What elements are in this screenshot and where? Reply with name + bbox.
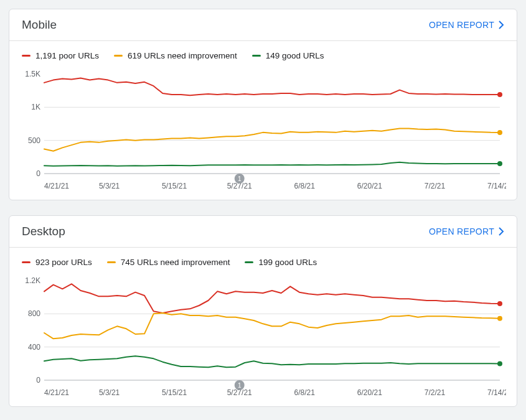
legend-good: 149 good URLs: [252, 51, 324, 60]
swatch-good-icon: [245, 261, 253, 263]
svg-text:1: 1: [238, 382, 242, 389]
legend: 923 poor URLs 745 URLs need improvement …: [9, 248, 517, 274]
svg-text:5/15/21: 5/15/21: [162, 388, 187, 397]
svg-text:7/2/21: 7/2/21: [425, 182, 446, 190]
chevron-right-icon: [498, 227, 504, 236]
svg-point-20: [497, 161, 502, 166]
legend: 1,191 poor URLs 619 URLs need improvemen…: [9, 41, 517, 68]
svg-point-19: [497, 130, 502, 135]
swatch-improve-icon: [107, 261, 116, 263]
legend-poor: 1,191 poor URLs: [22, 51, 99, 60]
chevron-right-icon: [498, 21, 504, 29]
legend-improve: 745 URLs need improvement: [107, 258, 230, 267]
svg-text:6/8/21: 6/8/21: [294, 388, 316, 397]
svg-text:7/14/21: 7/14/21: [487, 182, 506, 190]
swatch-good-icon: [252, 55, 261, 57]
desktop-card: Desktop OPEN REPORT 923 poor URLs 745 UR…: [9, 215, 517, 407]
swatch-improve-icon: [114, 55, 123, 57]
swatch-poor-icon: [22, 261, 31, 263]
legend-good-label: 199 good URLs: [258, 258, 317, 267]
svg-point-40: [497, 316, 502, 321]
open-report-button[interactable]: OPEN REPORT: [429, 226, 504, 236]
legend-poor: 923 poor URLs: [22, 258, 92, 267]
svg-text:1: 1: [238, 175, 242, 182]
svg-text:6/20/21: 6/20/21: [357, 182, 382, 190]
swatch-poor-icon: [22, 55, 31, 57]
svg-point-18: [497, 92, 502, 97]
chart-area: 04008001.2K4/21/215/3/215/15/215/27/216/…: [9, 274, 517, 406]
svg-text:6/20/21: 6/20/21: [357, 388, 382, 397]
mobile-chart: 05001K1.5K4/21/215/3/215/15/215/27/216/8…: [22, 70, 506, 195]
svg-text:0: 0: [36, 169, 40, 178]
legend-improve-label: 619 URLs need improvement: [128, 51, 237, 60]
open-report-button[interactable]: OPEN REPORT: [429, 20, 504, 30]
legend-poor-label: 923 poor URLs: [35, 258, 92, 267]
svg-text:1.2K: 1.2K: [25, 277, 40, 285]
svg-text:1.5K: 1.5K: [25, 70, 40, 78]
svg-text:4/21/21: 4/21/21: [44, 182, 69, 190]
svg-text:7/14/21: 7/14/21: [487, 388, 506, 397]
open-report-label: OPEN REPORT: [429, 20, 494, 30]
svg-text:5/3/21: 5/3/21: [99, 388, 120, 397]
open-report-label: OPEN REPORT: [429, 226, 494, 236]
legend-good: 199 good URLs: [245, 258, 317, 267]
card-header: Mobile OPEN REPORT: [9, 9, 517, 40]
svg-point-39: [497, 301, 502, 306]
mobile-card: Mobile OPEN REPORT 1,191 poor URLs 619 U…: [9, 9, 517, 200]
card-header: Desktop OPEN REPORT: [9, 216, 517, 247]
desktop-chart: 04008001.2K4/21/215/3/215/15/215/27/216/…: [22, 277, 506, 401]
legend-poor-label: 1,191 poor URLs: [35, 51, 99, 60]
svg-text:7/2/21: 7/2/21: [425, 388, 446, 397]
card-title: Desktop: [22, 225, 65, 238]
svg-text:6/8/21: 6/8/21: [294, 182, 316, 190]
svg-text:5/15/21: 5/15/21: [162, 182, 187, 190]
card-title: Mobile: [22, 18, 57, 32]
svg-point-41: [497, 361, 502, 366]
legend-improve-label: 745 URLs need improvement: [121, 258, 230, 267]
svg-text:5/3/21: 5/3/21: [99, 182, 120, 190]
legend-improve: 619 URLs need improvement: [114, 51, 237, 60]
svg-text:4/21/21: 4/21/21: [44, 388, 69, 397]
legend-good-label: 149 good URLs: [266, 51, 324, 60]
chart-area: 05001K1.5K4/21/215/3/215/15/215/27/216/8…: [9, 68, 517, 200]
svg-text:500: 500: [28, 136, 40, 145]
svg-text:0: 0: [36, 376, 40, 385]
svg-text:1K: 1K: [31, 103, 40, 111]
svg-text:400: 400: [28, 343, 40, 352]
svg-text:800: 800: [28, 309, 40, 318]
